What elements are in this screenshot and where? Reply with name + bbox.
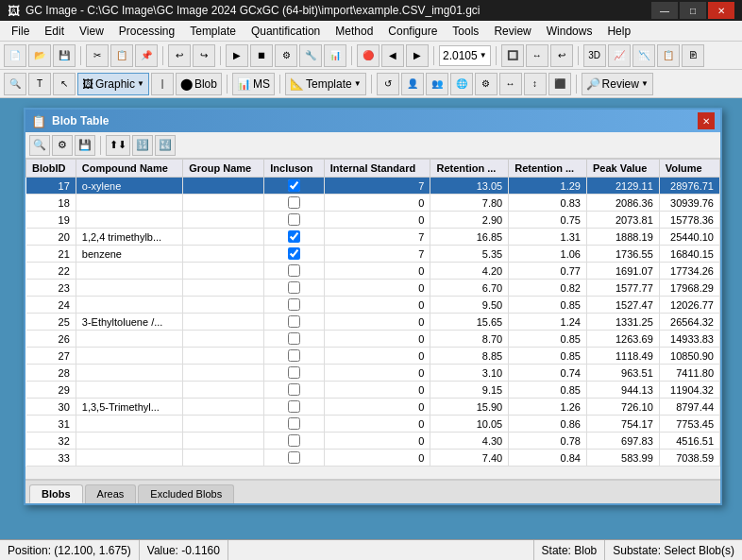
inclusion-checkbox[interactable]: [288, 298, 300, 311]
table-row[interactable]: 26 0 8.70 0.85 1263.69 14933.83: [26, 331, 720, 348]
tab-excluded[interactable]: Excluded Blobs: [138, 484, 234, 503]
table-row[interactable]: 18 0 7.80 0.83 2086.36 30939.76: [26, 195, 720, 212]
redo-button[interactable]: ↪: [193, 44, 215, 67]
inclusion-checkbox[interactable]: [288, 264, 300, 277]
inclusion-checkbox[interactable]: [288, 366, 300, 379]
ms-tool[interactable]: 📊 MS: [232, 73, 275, 95]
btn-c[interactable]: ⚙: [275, 44, 297, 67]
btn-k[interactable]: ↩: [550, 44, 573, 67]
cell-inclusion[interactable]: [264, 229, 324, 246]
btn-l[interactable]: 📈: [608, 44, 631, 67]
table-row[interactable]: 33 0 7.40 0.84 583.99 7038.59: [26, 450, 720, 467]
save-button[interactable]: 💾: [53, 44, 76, 67]
table-row[interactable]: 25 3-Ethyltoluene /... 0 15.65 1.24 1331…: [26, 314, 720, 331]
cell-inclusion[interactable]: [264, 212, 324, 229]
inclusion-checkbox[interactable]: [288, 451, 300, 464]
review-tool[interactable]: 🔎 Review ▼: [582, 73, 653, 95]
cursor-button[interactable]: ↖: [53, 73, 76, 95]
cell-inclusion[interactable]: [264, 348, 324, 365]
menu-method[interactable]: Method: [328, 21, 380, 41]
btn-t6[interactable]: ↔: [499, 73, 522, 95]
open-button[interactable]: 📂: [28, 44, 51, 67]
inclusion-checkbox[interactable]: [288, 383, 300, 396]
col-blobid[interactable]: BlobID: [26, 160, 76, 178]
btn-a[interactable]: ▶: [226, 44, 248, 67]
zoom-dropdown[interactable]: 2.0105 ▼: [439, 45, 491, 66]
tab-areas[interactable]: Areas: [85, 484, 137, 503]
btn-t8[interactable]: ⬛: [548, 73, 571, 95]
menu-windows[interactable]: Windows: [539, 21, 600, 41]
btn-n[interactable]: 📋: [657, 44, 680, 67]
template-tool[interactable]: 📐 Template ▼: [285, 73, 366, 95]
menu-edit[interactable]: Edit: [37, 21, 72, 41]
inclusion-checkbox[interactable]: [288, 230, 300, 243]
btn-f[interactable]: 🔴: [357, 44, 379, 67]
btn-t1[interactable]: ↺: [377, 73, 399, 95]
inclusion-checkbox[interactable]: [288, 213, 300, 226]
table-row[interactable]: 21 benzene 7 5.35 1.06 1736.55 16840.15: [26, 246, 720, 263]
btn-m[interactable]: 📉: [632, 44, 655, 67]
menu-processing[interactable]: Processing: [111, 21, 182, 41]
tab-blobs[interactable]: Blobs: [29, 484, 83, 503]
btn-t3[interactable]: 👥: [426, 73, 448, 95]
graphic-tool[interactable]: 🖼 Graphic ▼: [77, 73, 149, 95]
col-group[interactable]: Group Name: [183, 160, 264, 178]
table-row[interactable]: 29 0 9.15 0.85 944.13 11904.32: [26, 382, 720, 399]
dlg-btn-filter[interactable]: 🔍: [29, 135, 50, 156]
table-row[interactable]: 22 0 4.20 0.77 1691.07 17734.26: [26, 263, 720, 280]
cell-inclusion[interactable]: [264, 314, 324, 331]
cell-inclusion[interactable]: [264, 297, 324, 314]
cell-inclusion[interactable]: [264, 331, 324, 348]
maximize-button[interactable]: □: [680, 2, 706, 19]
table-row[interactable]: 23 0 6.70 0.82 1577.77 17968.29: [26, 280, 720, 297]
inclusion-checkbox[interactable]: [288, 179, 300, 192]
btn-b[interactable]: ⏹: [250, 44, 273, 67]
btn-i[interactable]: 🔲: [501, 44, 524, 67]
undo-button[interactable]: ↩: [168, 44, 191, 67]
btn-t2[interactable]: 👤: [401, 73, 424, 95]
close-button[interactable]: ✕: [708, 2, 734, 19]
menu-review[interactable]: Review: [486, 21, 538, 41]
inclusion-checkbox[interactable]: [288, 400, 300, 413]
btn-g[interactable]: ◀: [381, 44, 404, 67]
menu-help[interactable]: Help: [599, 21, 638, 41]
btn-d[interactable]: 🔧: [299, 44, 322, 67]
inclusion-checkbox[interactable]: [288, 247, 300, 260]
cell-inclusion[interactable]: [264, 178, 324, 195]
dlg-btn-save[interactable]: 💾: [75, 135, 95, 156]
col-internal-std[interactable]: Internal Standard: [324, 160, 430, 178]
table-row[interactable]: 24 0 9.50 0.85 1527.47 12026.77: [26, 297, 720, 314]
cell-inclusion[interactable]: [264, 280, 324, 297]
col-ret2[interactable]: Retention ...: [509, 160, 587, 178]
dlg-btn-c[interactable]: 🔣: [155, 135, 176, 156]
new-button[interactable]: 📄: [4, 44, 26, 67]
cell-inclusion[interactable]: [264, 195, 324, 212]
btn-h[interactable]: ▶: [406, 44, 429, 67]
col-inclusion[interactable]: Incluson: [264, 160, 324, 178]
inclusion-checkbox[interactable]: [288, 196, 300, 209]
btn-j[interactable]: ↔: [526, 44, 548, 67]
menu-template[interactable]: Template: [182, 21, 244, 41]
btn-o[interactable]: 🖹: [682, 44, 704, 67]
dlg-btn-settings[interactable]: ⚙: [52, 135, 73, 156]
inclusion-checkbox[interactable]: [288, 417, 300, 430]
col-volume[interactable]: Volume: [659, 160, 719, 178]
cell-inclusion[interactable]: [264, 433, 324, 450]
menu-tools[interactable]: Tools: [445, 21, 486, 41]
menu-quantification[interactable]: Quantification: [244, 21, 328, 41]
col-compound[interactable]: Compound Name: [76, 160, 182, 178]
blob-tool[interactable]: ⬤ Blob: [176, 73, 222, 95]
table-row[interactable]: 27 0 8.85 0.85 1118.49 10850.90: [26, 348, 720, 365]
table-row[interactable]: 32 0 4.30 0.78 697.83 4516.51: [26, 433, 720, 450]
paste-button[interactable]: 📌: [135, 44, 158, 67]
inclusion-checkbox[interactable]: [288, 434, 300, 447]
cell-inclusion[interactable]: [264, 450, 324, 467]
blob-table-container[interactable]: BlobID Compound Name Group Name Incluson…: [25, 159, 720, 480]
table-row[interactable]: 20 1,2,4 trimethylb... 7 16.85 1.31 1888…: [26, 229, 720, 246]
cell-inclusion[interactable]: [264, 382, 324, 399]
btn-e[interactable]: 📊: [324, 44, 346, 67]
cut-button[interactable]: ✂: [86, 44, 109, 67]
menu-configure[interactable]: Configure: [380, 21, 445, 41]
btn-t4[interactable]: 🌐: [450, 73, 473, 95]
inclusion-checkbox[interactable]: [288, 281, 300, 294]
